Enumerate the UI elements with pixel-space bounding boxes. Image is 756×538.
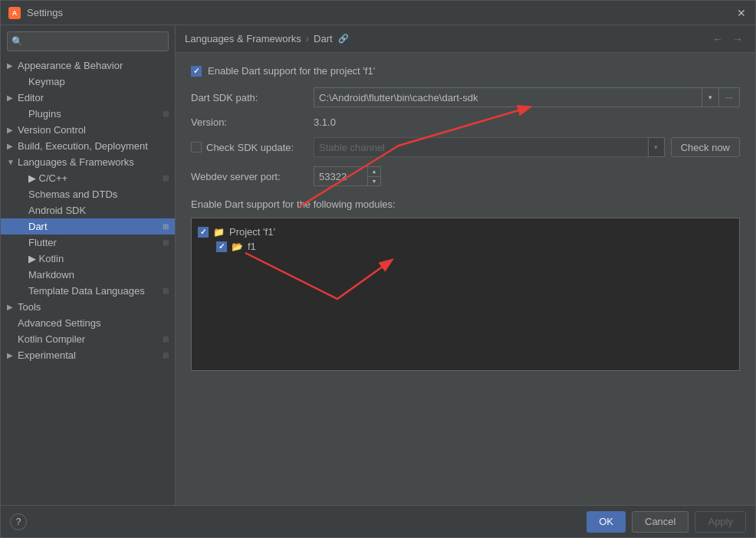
version-row: Version: 3.1.0 — [191, 116, 740, 128]
sidebar-item-label: ▶ C/C++ — [28, 172, 67, 184]
breadcrumb-parent: Languages & Frameworks — [185, 33, 301, 44]
module-item-label: f1 — [248, 241, 256, 252]
sidebar-item-schemas-dtds[interactable]: Schemas and DTDs — [1, 186, 175, 202]
collapse-arrow: ▶ — [7, 93, 18, 102]
collapse-arrow: ▶ — [7, 303, 18, 311]
right-panel: Languages & Frameworks › Dart 🔗 ← → ✓ En… — [176, 25, 755, 505]
page-icon: ⊞ — [163, 110, 169, 118]
check-sdk-row: Check SDK update: ▾ Check now — [191, 137, 740, 157]
checkmark: ✓ — [219, 242, 225, 251]
close-button[interactable]: ✕ — [735, 7, 748, 19]
check-sdk-checkbox[interactable] — [191, 142, 202, 153]
page-icon: ⊞ — [163, 287, 169, 295]
sidebar-item-label: Advanced Settings — [18, 317, 100, 329]
sidebar-item-label: Flutter — [28, 237, 57, 248]
collapse-arrow: ▶ — [7, 351, 18, 359]
webdev-port-label: Webdev server port: — [191, 171, 314, 182]
project-item-row: ✓ 📁 Project 'f1' — [198, 225, 733, 239]
sidebar-item-label: Experimental — [18, 349, 76, 361]
cancel-button[interactable]: Cancel — [632, 511, 689, 533]
sidebar-item-appearance-behavior[interactable]: ▶ Appearance & Behavior — [1, 57, 175, 74]
sidebar: 🔍 ▶ Appearance & Behavior Keymap ▶ Edit — [1, 25, 176, 505]
dart-sdk-path-row: Dart SDK path: ▾ ··· — [191, 87, 740, 107]
sidebar-item-label: Plugins — [28, 108, 61, 120]
sidebar-item-keymap[interactable]: Keymap — [1, 74, 175, 90]
sidebar-item-version-control[interactable]: ▶ Version Control — [1, 122, 175, 138]
collapse-arrow: ▼ — [7, 158, 18, 166]
port-wrap: ▲ ▼ — [314, 166, 381, 186]
breadcrumb-separator: › — [306, 33, 309, 44]
webdev-port-row: Webdev server port: ▲ ▼ — [191, 166, 740, 186]
sidebar-item-markdown[interactable]: Markdown — [1, 267, 175, 283]
sdk-path-input-wrap: ▾ ··· — [314, 87, 740, 107]
link-icon: 🔗 — [337, 33, 350, 45]
version-value: 3.1.0 — [314, 116, 336, 128]
sidebar-item-plugins[interactable]: Plugins ⊞ — [1, 106, 175, 122]
sidebar-item-flutter[interactable]: Flutter ⊞ — [1, 235, 175, 251]
dart-sdk-path-input[interactable] — [314, 87, 702, 107]
bottom-bar: ? OK Cancel Apply — [1, 505, 755, 537]
sidebar-item-label: Version Control — [18, 124, 86, 136]
module-checkbox[interactable]: ✓ — [216, 241, 227, 252]
apply-button[interactable]: Apply — [695, 511, 746, 533]
sidebar-item-build-execution[interactable]: ▶ Build, Execution, Deployment — [1, 138, 175, 154]
sidebar-item-dart[interactable]: Dart ⊞ — [1, 218, 175, 235]
collapse-arrow: ▶ — [7, 126, 18, 134]
sidebar-item-advanced-settings[interactable]: Advanced Settings — [1, 315, 175, 331]
port-input[interactable] — [314, 166, 367, 186]
sidebar-item-tools[interactable]: ▶ Tools — [1, 299, 175, 315]
modules-tree: ✓ 📁 Project 'f1' ✓ 📂 f1 — [191, 218, 740, 371]
project-item-label: Project 'f1' — [229, 226, 275, 238]
sidebar-item-kotlin-compiler[interactable]: Kotlin Compiler ⊞ — [1, 331, 175, 347]
check-now-button[interactable]: Check now — [671, 137, 740, 157]
project-icon: 📁 — [213, 227, 225, 238]
sidebar-item-template-data[interactable]: Template Data Languages ⊞ — [1, 283, 175, 299]
enable-dart-label[interactable]: Enable Dart support for the project 'f1' — [208, 65, 375, 77]
back-button[interactable]: ← — [709, 31, 726, 48]
bottom-actions: OK Cancel Apply — [587, 511, 746, 533]
collapse-arrow: ▶ — [7, 142, 18, 150]
sidebar-item-label: Markdown — [28, 269, 74, 280]
port-spinner: ▲ ▼ — [367, 166, 381, 186]
sidebar-item-editor[interactable]: ▶ Editor — [1, 90, 175, 106]
page-icon: ⊞ — [163, 174, 169, 182]
panel-header: Languages & Frameworks › Dart 🔗 ← → — [176, 25, 755, 53]
sidebar-item-kotlin[interactable]: ▶ Kotlin — [1, 251, 175, 267]
sidebar-item-experimental[interactable]: ▶ Experimental ⊞ — [1, 347, 175, 363]
module-icon: 📂 — [232, 241, 243, 252]
dart-sdk-path-label: Dart SDK path: — [191, 92, 314, 103]
settings-dialog: A Settings ✕ 🔍 ▶ Appearance & Behavior K… — [0, 0, 756, 538]
forward-button[interactable]: → — [729, 31, 746, 48]
channel-dropdown[interactable]: ▾ — [648, 137, 665, 157]
sdk-channel-input[interactable] — [314, 137, 648, 157]
check-sdk-label: Check SDK update: — [206, 142, 294, 153]
sidebar-item-label: Kotlin Compiler — [18, 333, 85, 345]
window-title: Settings — [27, 7, 735, 18]
project-checkbox[interactable]: ✓ — [198, 227, 209, 238]
port-decrement[interactable]: ▼ — [368, 177, 380, 186]
search-icon: 🔍 — [12, 36, 23, 47]
checkmark: ✓ — [193, 67, 199, 75]
sidebar-item-label: Template Data Languages — [28, 285, 145, 297]
sdk-path-browse[interactable]: ··· — [718, 87, 740, 107]
enable-dart-checkbox[interactable]: ✓ — [191, 66, 202, 77]
sidebar-item-label: Appearance & Behavior — [18, 60, 123, 71]
nav-tree: ▶ Appearance & Behavior Keymap ▶ Editor … — [1, 57, 175, 505]
port-increment[interactable]: ▲ — [368, 167, 380, 177]
ok-button[interactable]: OK — [587, 511, 626, 533]
sdk-path-dropdown[interactable]: ▾ — [702, 87, 718, 107]
sidebar-item-android-sdk[interactable]: Android SDK — [1, 202, 175, 218]
sidebar-item-label: ▶ Kotlin — [28, 253, 64, 264]
help-button[interactable]: ? — [10, 513, 27, 530]
enable-dart-row: ✓ Enable Dart support for the project 'f… — [191, 65, 740, 77]
page-icon: ⊞ — [163, 335, 169, 343]
sidebar-item-label: Tools — [18, 301, 41, 313]
modules-section: Enable Dart support for the following mo… — [191, 198, 740, 371]
sidebar-item-languages-frameworks[interactable]: ▼ Languages & Frameworks — [1, 154, 175, 170]
search-box: 🔍 — [7, 31, 169, 51]
header-nav-icons: ← → — [709, 31, 746, 48]
title-bar: A Settings ✕ — [1, 1, 755, 25]
sidebar-item-cpp[interactable]: ▶ C/C++ ⊞ — [1, 170, 175, 186]
sidebar-item-label: Languages & Frameworks — [18, 156, 134, 168]
search-input[interactable] — [7, 31, 169, 51]
